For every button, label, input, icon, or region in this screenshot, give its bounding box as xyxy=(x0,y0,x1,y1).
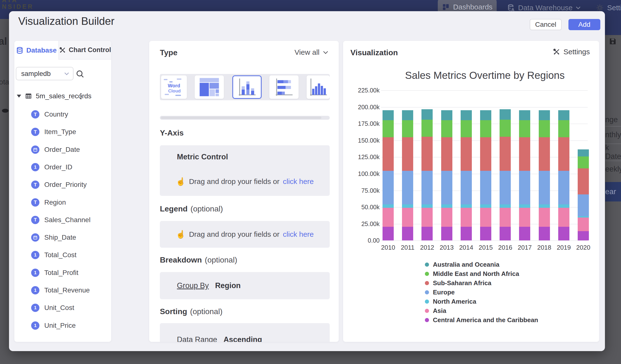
bar-segment xyxy=(539,204,550,208)
nav-label-dashboards: Dashboards xyxy=(453,3,493,11)
bar-segment xyxy=(480,171,491,205)
bar-segment xyxy=(539,120,550,137)
cancel-button[interactable]: Cancel xyxy=(530,19,562,30)
field-item-country[interactable]: TCountry xyxy=(31,109,109,119)
x-axis-tick-label: 2010 xyxy=(379,244,398,251)
sort-field-label[interactable]: Data Range xyxy=(177,335,217,342)
tab-database[interactable]: Database xyxy=(14,41,58,60)
field-item-order_priority[interactable]: TOrder_Priority xyxy=(31,180,109,190)
legend-item-2[interactable]: Sub-Saharan Africa xyxy=(425,278,491,288)
field-item-region[interactable]: TRegion xyxy=(31,198,109,207)
y-axis-tick-label: 200.00k xyxy=(343,104,380,111)
table-tree-row[interactable]: 5m_sales_records xyxy=(17,91,109,101)
field-item-item_type[interactable]: TItem_Type xyxy=(31,127,109,137)
click-here-link[interactable]: click here xyxy=(283,230,314,239)
field-item-total_profit[interactable]: 1Total_Profit xyxy=(31,268,109,278)
database-select[interactable]: sampledb xyxy=(16,67,73,80)
y-axis-heading: Y-Axis xyxy=(160,128,184,138)
add-button[interactable]: Add xyxy=(569,19,600,30)
legend-label: Middle East and North Africa xyxy=(433,270,519,278)
y-axis-tick-label: 175.00k xyxy=(343,120,380,127)
tab-chart-control-label: Chart Control xyxy=(69,46,111,54)
backdrop-menu-item[interactable]: k Date xyxy=(605,144,621,161)
bar-segment xyxy=(421,208,433,227)
text-field-icon: T xyxy=(31,216,39,224)
bar-segment xyxy=(519,227,530,240)
legend-item-1[interactable]: Middle East and North Africa xyxy=(425,269,519,278)
bar-segment xyxy=(421,171,433,205)
backdrop-menu-item[interactable]: nge xyxy=(605,113,621,126)
bar-segment xyxy=(382,137,394,171)
field-label: Item_Type xyxy=(44,128,76,136)
backdrop-text-fragment: al xyxy=(0,35,7,47)
bar-segment xyxy=(558,110,569,120)
bar-segment xyxy=(578,194,589,216)
field-item-total_revenue[interactable]: 1Total_Revenue xyxy=(31,285,109,295)
x-axis-tick-label: 2020 xyxy=(573,244,593,251)
gridline xyxy=(381,240,588,241)
search-icon[interactable] xyxy=(76,69,85,78)
dropzone-text: Drag and drop your fields or xyxy=(189,177,280,186)
field-item-ship_date[interactable]: Ship_Date xyxy=(31,233,109,242)
field-item-unit_price[interactable]: 1Unit_Price xyxy=(31,321,109,330)
metric-control-dropzone[interactable]: Metric Control ☝ Drag and drop your fiel… xyxy=(160,145,330,196)
word-cloud-icon: Word Cloud xyxy=(162,77,186,98)
bar-segment xyxy=(578,168,589,194)
field-item-sales_channel[interactable]: TSales_Channel xyxy=(31,215,109,225)
kebab-menu-icon[interactable] xyxy=(77,91,85,101)
legend-heading: Legend xyxy=(160,204,188,213)
bar-segment xyxy=(382,110,394,120)
bar-segment xyxy=(519,204,530,208)
legend-dot xyxy=(425,262,429,267)
backdrop-menu-item[interactable]: ear xyxy=(605,182,621,201)
field-item-order_id[interactable]: 1Order_ID xyxy=(31,162,109,172)
table-icon xyxy=(25,93,32,100)
y-axis-tick-label: 225.00k xyxy=(343,87,380,94)
legend-item-4[interactable]: North America xyxy=(425,297,476,306)
stacked-bar-2020 xyxy=(578,149,589,241)
legend-dot xyxy=(425,318,429,322)
chart-type-stacked-bar[interactable] xyxy=(269,75,299,99)
field-item-unit_cost[interactable]: 1Unit_Cost xyxy=(31,303,109,313)
bar-segment xyxy=(461,171,472,205)
group-by-label[interactable]: Group By xyxy=(177,281,209,290)
field-item-order_date[interactable]: Order_Date xyxy=(31,145,109,155)
bar-segment xyxy=(382,171,394,205)
tap-icon: ☝ xyxy=(176,177,186,186)
bar-segment xyxy=(421,227,433,240)
chart-type-stacked-column[interactable] xyxy=(232,75,262,99)
y-axis-tick-label: 50.00k xyxy=(343,204,380,211)
legend-item-3[interactable]: Europe xyxy=(425,288,455,297)
chart-type-scrollbar[interactable] xyxy=(160,116,330,120)
chart-type-column[interactable] xyxy=(307,75,330,99)
chart-type-treemap[interactable] xyxy=(195,75,224,99)
gridline xyxy=(381,107,588,107)
legend-dropzone[interactable]: ☝ Drag and drop your fields or click her… xyxy=(160,221,330,248)
bar-segment xyxy=(402,208,413,227)
x-axis-tick-label: 2017 xyxy=(515,244,534,251)
settings-button[interactable]: Settings xyxy=(553,48,590,56)
view-all-label: View all xyxy=(294,48,320,56)
chart-type-word-cloud[interactable]: Word Cloud xyxy=(161,75,187,99)
backdrop-menu-item[interactable]: eekly xyxy=(605,161,621,178)
number-field-icon: 1 xyxy=(31,304,39,312)
backdrop-menu-item[interactable]: nthly xyxy=(605,126,621,144)
number-field-icon: 1 xyxy=(31,251,39,259)
bar-segment xyxy=(402,120,413,137)
legend-label: Central America and the Caribbean xyxy=(433,316,538,324)
legend-item-6[interactable]: Central America and the Caribbean xyxy=(425,315,538,325)
field-item-total_cost[interactable]: 1Total_Cost xyxy=(31,250,109,260)
field-label: Total_Revenue xyxy=(44,286,90,294)
tab-database-label: Database xyxy=(26,47,57,54)
legend-item-0[interactable]: Australia and Oceania xyxy=(425,260,499,269)
breakdown-box[interactable]: Group By Region xyxy=(160,272,330,299)
caret-down-icon[interactable] xyxy=(17,95,21,98)
tab-chart-control[interactable]: Chart Control xyxy=(58,41,111,60)
click-here-link[interactable]: click here xyxy=(283,177,314,186)
bar-segment xyxy=(500,227,511,240)
legend-item-5[interactable]: Asia xyxy=(425,306,446,315)
stacked-bar-2013 xyxy=(441,110,452,240)
view-all-dropdown[interactable]: View all xyxy=(294,48,328,56)
sorting-box[interactable]: Data Range Ascending xyxy=(160,323,330,342)
save-icon[interactable] xyxy=(608,37,617,46)
